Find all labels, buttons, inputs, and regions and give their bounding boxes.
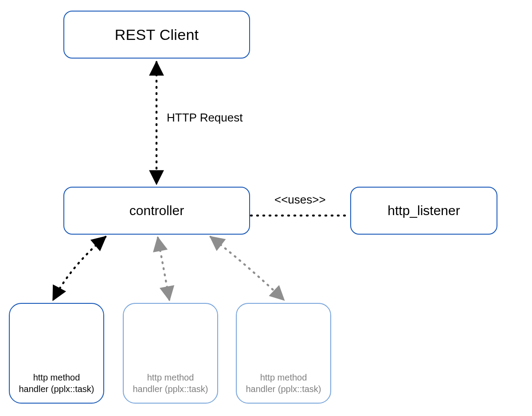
node-handler-3: http method handler (pplx::task) bbox=[236, 303, 331, 404]
edge-label-uses: <<uses>> bbox=[274, 193, 326, 207]
node-handler-2: http method handler (pplx::task) bbox=[123, 303, 218, 404]
node-rest-client: REST Client bbox=[63, 11, 250, 59]
node-handler-3-line1: http method bbox=[237, 372, 330, 383]
edge-controller-to-handler-3 bbox=[211, 237, 284, 300]
node-http-listener: http_listener bbox=[350, 187, 497, 235]
node-handler-1: http method handler (pplx::task) bbox=[9, 303, 104, 404]
node-rest-client-label: REST Client bbox=[115, 26, 199, 43]
node-controller: controller bbox=[63, 187, 250, 235]
node-handler-2-line1: http method bbox=[124, 372, 217, 383]
edge-label-http-request: HTTP Request bbox=[167, 111, 243, 125]
node-http-listener-label: http_listener bbox=[387, 203, 460, 218]
edge-controller-to-handler-1 bbox=[53, 237, 106, 300]
node-handler-1-line2: handler (pplx::task) bbox=[10, 383, 103, 395]
node-controller-label: controller bbox=[129, 203, 184, 218]
node-handler-2-line2: handler (pplx::task) bbox=[124, 383, 217, 395]
edge-controller-to-handler-2 bbox=[158, 238, 169, 300]
node-handler-1-line1: http method bbox=[10, 372, 103, 383]
node-handler-3-line2: handler (pplx::task) bbox=[237, 383, 330, 395]
